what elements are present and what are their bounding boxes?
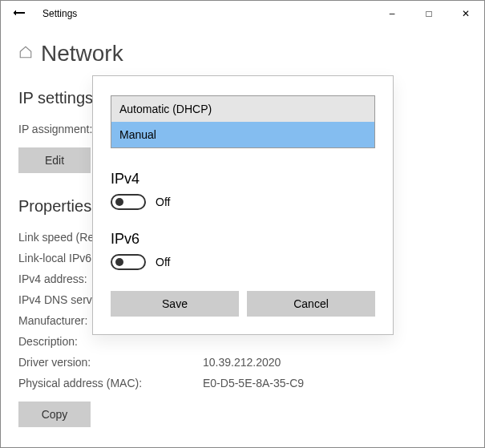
property-key: Physical address (MAC): [18,373,203,394]
property-key: Driver version: [18,352,203,373]
toggle-knob [115,258,123,266]
ipv6-toggle[interactable] [111,254,146,270]
property-row: Physical address (MAC):E0-D5-5E-8A-35-C9 [18,373,467,394]
cancel-button[interactable]: Cancel [247,291,375,317]
arrow-left-icon: 🠔 [13,6,26,20]
minimize-button[interactable]: – [374,1,410,26]
ipv4-state: Off [156,196,170,208]
ipv4-label: IPv4 [111,171,375,188]
close-icon: ✕ [462,8,470,19]
copy-button[interactable]: Copy [18,402,91,427]
property-value: E0-D5-5E-8A-35-C9 [203,373,304,394]
maximize-button[interactable]: □ [410,1,447,26]
ip-mode-dropdown[interactable]: Automatic (DHCP) Manual [111,95,375,148]
ipv4-toggle[interactable] [111,194,146,210]
edit-button[interactable]: Edit [18,147,91,173]
toggle-knob [115,198,123,206]
dropdown-option-manual[interactable]: Manual [111,122,374,147]
window-title: Settings [38,8,77,19]
property-row: Driver version:10.39.212.2020 [18,352,467,373]
property-value: 10.39.212.2020 [203,352,281,373]
save-button[interactable]: Save [111,291,239,317]
maximize-icon: □ [426,8,431,19]
minimize-icon: – [390,8,395,19]
ipv6-state: Off [156,256,170,268]
page-title: Network [41,41,123,67]
home-icon [18,45,33,63]
ipv6-label: IPv6 [111,231,375,248]
back-button[interactable]: 🠔 [1,1,38,26]
close-button[interactable]: ✕ [447,1,484,26]
dropdown-option-automatic[interactable]: Automatic (DHCP) [111,96,374,122]
titlebar: 🠔 Settings – □ ✕ [1,1,484,26]
edit-ip-dialog: Automatic (DHCP) Manual IPv4 Off IPv6 Of… [92,75,394,335]
